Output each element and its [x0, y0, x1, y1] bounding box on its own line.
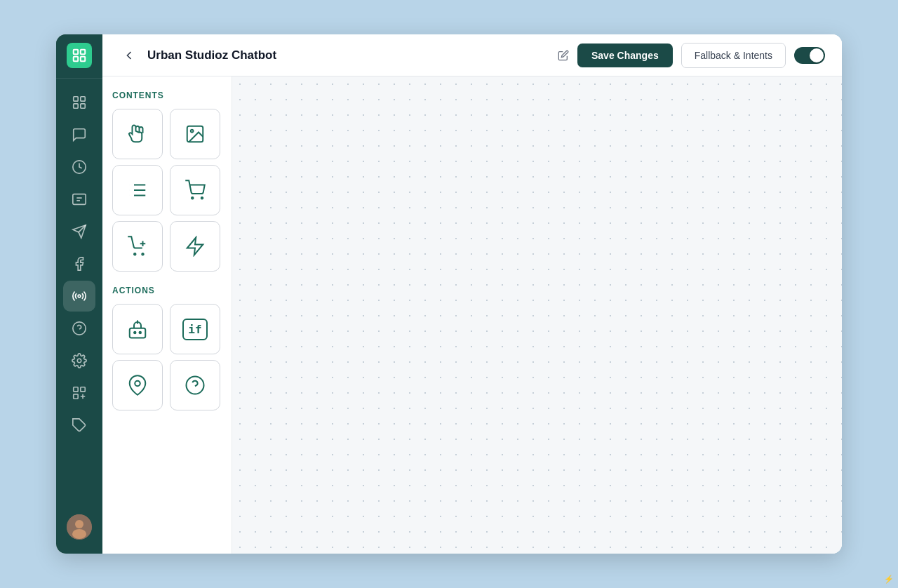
svg-rect-5 — [81, 97, 85, 101]
app-window: ⚡ — [56, 34, 842, 554]
svg-rect-4 — [74, 97, 78, 101]
action-item-question[interactable] — [170, 360, 220, 410]
svg-rect-2 — [74, 57, 78, 61]
svg-rect-18 — [74, 394, 78, 399]
sidebar-divider — [56, 78, 102, 79]
contents-icon-grid — [112, 109, 222, 272]
left-panel: CONTENTS — [102, 76, 232, 554]
sidebar-item-send[interactable] — [63, 216, 95, 247]
sidebar-item-facebook[interactable] — [63, 248, 95, 279]
svg-rect-16 — [74, 387, 78, 392]
canvas-area: CONTENTS — [102, 76, 842, 554]
svg-point-39 — [134, 332, 136, 334]
fallback-intents-button[interactable]: Fallback & Intents — [681, 43, 786, 68]
sidebar-item-chat[interactable] — [63, 119, 95, 150]
svg-point-32 — [201, 197, 203, 199]
svg-point-12 — [78, 295, 81, 298]
canvas-background[interactable] — [232, 76, 842, 554]
sidebar-item-contacts[interactable] — [63, 184, 95, 215]
svg-point-33 — [134, 253, 136, 255]
sidebar-item-integrations[interactable] — [63, 377, 95, 408]
sidebar-nav — [63, 80, 95, 506]
header-actions: Save Changes Fallback & Intents — [577, 43, 825, 68]
svg-point-31 — [192, 197, 194, 199]
edit-title-button[interactable] — [558, 50, 569, 61]
svg-point-41 — [135, 381, 140, 387]
sidebar-item-settings[interactable] — [63, 345, 95, 376]
page-title: Urban Studioz Chatbot — [147, 48, 549, 62]
sidebar-item-history[interactable] — [63, 152, 95, 182]
toggle-thumb — [810, 48, 824, 62]
svg-rect-3 — [81, 57, 85, 61]
header: Urban Studioz Chatbot Save Changes Fallb… — [102, 34, 842, 76]
content-item-flash[interactable] — [170, 221, 220, 272]
sidebar-avatar[interactable] — [56, 506, 102, 548]
action-item-location[interactable] — [112, 360, 163, 410]
svg-rect-7 — [81, 104, 85, 108]
svg-point-21 — [75, 520, 83, 528]
save-changes-button[interactable]: Save Changes — [577, 44, 673, 67]
svg-rect-38 — [130, 328, 146, 338]
sidebar-item-broadcast[interactable] — [63, 281, 95, 312]
svg-point-13 — [73, 322, 86, 335]
action-item-bot[interactable] — [112, 304, 163, 354]
sidebar-item-dashboard[interactable] — [63, 87, 95, 118]
svg-point-24 — [191, 130, 194, 133]
svg-rect-9 — [73, 194, 86, 205]
svg-marker-37 — [187, 238, 203, 255]
action-item-condition[interactable]: if — [170, 304, 220, 354]
main-area: Urban Studioz Chatbot Save Changes Fallb… — [102, 34, 842, 554]
avatar — [67, 514, 92, 540]
sidebar: ⚡ — [56, 34, 102, 554]
svg-point-42 — [187, 377, 204, 394]
actions-icon-grid: if — [112, 304, 222, 410]
sidebar-item-support[interactable] — [63, 313, 95, 344]
content-item-image[interactable] — [170, 109, 220, 159]
svg-point-34 — [142, 253, 144, 255]
svg-rect-17 — [81, 387, 85, 392]
sidebar-item-tags[interactable] — [63, 410, 95, 441]
svg-rect-6 — [74, 104, 78, 108]
svg-rect-0 — [74, 50, 78, 54]
sidebar-logo[interactable]: ⚡ — [56, 34, 102, 76]
svg-rect-1 — [81, 50, 85, 54]
toggle-switch[interactable] — [794, 47, 825, 64]
content-item-list[interactable] — [112, 165, 163, 215]
logo-icon: ⚡ — [67, 43, 92, 68]
svg-point-15 — [77, 359, 81, 363]
content-item-touch[interactable] — [112, 109, 163, 159]
content-item-cart-add[interactable] — [112, 221, 163, 272]
back-button[interactable] — [119, 46, 139, 65]
svg-point-40 — [140, 332, 142, 334]
content-item-cart[interactable] — [170, 165, 220, 215]
svg-point-22 — [72, 529, 86, 539]
actions-section-title: ACTIONS — [112, 286, 222, 295]
contents-section-title: CONTENTS — [112, 91, 222, 100]
